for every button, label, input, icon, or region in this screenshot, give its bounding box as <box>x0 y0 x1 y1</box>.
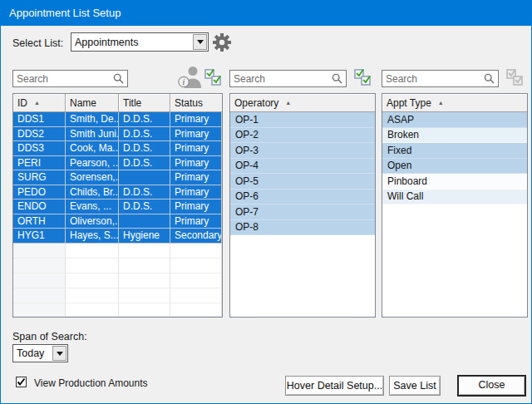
providers-table: ID ▲ Name Title Status DDS1Smith, De...D… <box>12 93 223 318</box>
table-cell-id: ORTH <box>13 214 66 229</box>
table-cell-name: Oliverson,... <box>66 214 119 229</box>
hover-detail-setup-button[interactable]: Hover Detail Setup... <box>285 376 384 396</box>
table-cell-id: PERI <box>13 156 66 171</box>
table-cell-status: Primary <box>170 141 222 156</box>
table-cell-id: ENDO <box>13 200 66 214</box>
view-production-label: View Production Amounts <box>34 377 148 389</box>
table-row-empty <box>13 303 222 318</box>
view-production-checkbox[interactable] <box>16 377 27 387</box>
table-row-empty <box>13 244 222 259</box>
provider-search-input[interactable]: Search <box>12 70 128 87</box>
list-item[interactable]: ASAP <box>382 112 527 128</box>
table-row[interactable]: PERIPearson, ...D.D.S.Primary <box>13 156 222 171</box>
table-cell-status: Primary <box>170 127 222 142</box>
column-header-appt-type[interactable]: Appt Type ▲ <box>382 94 527 112</box>
column-header-status[interactable]: Status <box>170 94 222 112</box>
select-list-dropdown-button[interactable] <box>193 34 207 50</box>
span-of-search-dropdown[interactable]: Today <box>12 344 68 362</box>
table-cell-status: Primary <box>170 185 222 200</box>
list-item[interactable]: OP-1 <box>230 112 375 128</box>
span-of-search-label: Span of Search: <box>12 331 87 342</box>
table-row[interactable]: SURGSorensen,...Primary <box>13 170 222 185</box>
provider-info-icon[interactable]: i <box>177 65 204 89</box>
operatory-search-placeholder: Search <box>230 73 332 85</box>
table-cell-empty <box>66 259 119 273</box>
column-header-id[interactable]: ID ▲ <box>13 94 66 112</box>
table-cell-empty <box>170 273 222 288</box>
table-cell-title: D.D.S. <box>119 156 170 171</box>
provider-select-all-icon[interactable] <box>203 67 224 87</box>
table-row[interactable]: ENDOEvans, ...D.D.S.Primary <box>13 200 222 214</box>
checkmark-icon <box>17 377 26 387</box>
table-cell-name: Pearson, ... <box>66 156 119 171</box>
close-button[interactable]: Close <box>457 375 526 397</box>
appt-type-list-header: Appt Type ▲ <box>382 94 527 112</box>
list-item[interactable]: Broken <box>382 128 527 144</box>
table-row[interactable]: DDS3Cook, Ma...D.D.S.Primary <box>13 141 222 156</box>
table-cell-name: Childs, Br... <box>66 185 119 200</box>
table-cell-status: Primary <box>170 170 222 185</box>
table-cell-empty <box>13 273 66 288</box>
appt-type-list: Appt Type ▲ ASAPBrokenFixedOpenPinboardW… <box>382 93 528 318</box>
providers-table-header: ID ▲ Name Title Status <box>13 94 222 112</box>
list-item[interactable]: Pinboard <box>382 174 527 190</box>
search-icon <box>484 73 495 84</box>
table-row[interactable]: DDS1Smith, De...D.D.S.Primary <box>13 112 222 127</box>
operatory-select-all-icon[interactable] <box>352 67 373 87</box>
list-item[interactable]: OP-6 <box>230 190 375 205</box>
list-item[interactable]: Will Call <box>382 190 527 205</box>
table-cell-id: DDS1 <box>13 112 66 127</box>
table-cell-title: D.D.S. <box>119 141 170 156</box>
table-cell-empty <box>119 259 170 273</box>
table-cell-status: Primary <box>170 112 222 127</box>
column-header-name[interactable]: Name <box>66 94 119 112</box>
table-cell-empty <box>170 244 222 259</box>
chevron-down-icon <box>197 40 204 44</box>
select-list-value: Appointments <box>71 37 192 48</box>
table-row[interactable]: DDS2Smith Juni...D.D.S.Primary <box>13 127 222 142</box>
operatory-search-input[interactable]: Search <box>229 70 347 87</box>
table-cell-title: Hygiene <box>119 229 170 244</box>
table-cell-title: D.D.S. <box>119 185 170 200</box>
list-item[interactable]: OP-5 <box>230 174 375 190</box>
table-row-empty <box>13 273 222 288</box>
table-row[interactable]: PEDOChilds, Br...D.D.S.Primary <box>13 185 222 200</box>
table-cell-title: D.D.S. <box>119 112 170 127</box>
column-header-operatory[interactable]: Operatory ▲ <box>230 94 375 112</box>
appt-type-search-input[interactable]: Search <box>382 70 499 87</box>
table-cell-empty <box>170 288 222 303</box>
span-of-search-dropdown-button[interactable] <box>52 346 66 361</box>
table-cell-status: Primary <box>170 200 222 214</box>
list-item[interactable]: OP-4 <box>230 159 375 175</box>
svg-text:i: i <box>183 77 185 86</box>
table-row-empty <box>13 259 222 273</box>
table-row[interactable]: HYG1Hayes, S...HygieneSecondary <box>13 229 222 244</box>
table-cell-empty <box>13 303 66 318</box>
sort-asc-icon: ▲ <box>285 100 291 106</box>
column-header-title[interactable]: Title <box>119 94 170 112</box>
table-cell-name: Smith, De... <box>66 112 119 127</box>
list-item[interactable]: OP-3 <box>230 143 375 159</box>
table-cell-id: HYG1 <box>13 229 66 244</box>
list-item[interactable]: OP-8 <box>230 220 375 236</box>
table-cell-empty <box>66 273 119 288</box>
provider-search-placeholder: Search <box>13 73 113 85</box>
table-cell-status: Primary <box>170 156 222 171</box>
table-row[interactable]: ORTHOliverson,...Primary <box>13 214 222 229</box>
save-list-button[interactable]: Save List <box>389 376 441 396</box>
table-cell-status: Primary <box>170 214 222 229</box>
chevron-down-icon <box>57 352 63 356</box>
gear-icon[interactable] <box>213 33 231 52</box>
select-list-dropdown[interactable]: Appointments <box>71 32 209 52</box>
list-item[interactable]: Open <box>382 159 527 175</box>
table-cell-name: Cook, Ma... <box>66 141 119 156</box>
table-cell-status: Secondary <box>170 229 222 244</box>
appointment-list-setup-dialog: Appointment List Setup Select List: Appo… <box>0 0 532 404</box>
list-item[interactable]: Fixed <box>382 143 527 159</box>
table-cell-name: Smith Juni... <box>66 127 119 142</box>
span-of-search-value: Today <box>13 347 52 359</box>
list-item[interactable]: OP-2 <box>230 128 375 144</box>
list-item[interactable]: OP-7 <box>230 204 375 220</box>
titlebar[interactable]: Appointment List Setup <box>1 1 531 26</box>
table-cell-empty <box>13 244 66 259</box>
